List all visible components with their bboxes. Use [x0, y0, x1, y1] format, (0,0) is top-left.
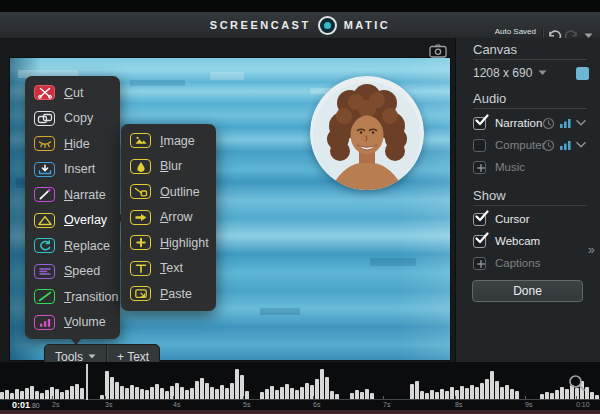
video-artifact: [210, 72, 244, 80]
checkbox-unchecked[interactable]: [473, 139, 486, 152]
row-label: Music: [495, 161, 525, 173]
checkbox-checked[interactable]: [473, 117, 486, 130]
waveform-bar: [5, 390, 9, 399]
waveform-bar: [510, 389, 514, 399]
waveform-bar: [515, 391, 519, 399]
waveform-bar: [220, 385, 224, 399]
section-divider: [473, 108, 587, 109]
menu-item-blur[interactable]: Blur: [121, 154, 216, 180]
menu-item-volume[interactable]: Volume: [25, 310, 120, 336]
waveform-bar: [235, 369, 239, 399]
waveform-bar: [80, 388, 84, 399]
waveform-bar: [415, 381, 419, 399]
menu-item-paste[interactable]: Paste: [121, 281, 216, 307]
waveform-bar: [185, 390, 189, 399]
checkbox-checked[interactable]: [473, 235, 486, 248]
waveform-bar: [115, 382, 119, 399]
waveform-bar: [270, 386, 274, 399]
row-label: Cursor: [495, 213, 530, 225]
menu-item-label: Volume: [64, 315, 106, 329]
add-button[interactable]: [473, 257, 486, 270]
menu-item-outline[interactable]: Outline: [121, 179, 216, 205]
waveform-bar: [75, 384, 79, 399]
copy-icon: [34, 111, 55, 126]
panel-expand-chevron-icon[interactable]: »: [588, 243, 595, 257]
screencast-o-matic-app: SCREENCAST MATIC Auto Saved Few seconds …: [0, 0, 600, 414]
waveform-bar: [435, 392, 439, 399]
canvas-color-swatch[interactable]: [576, 67, 589, 80]
row-label: Webcam: [495, 235, 540, 247]
waveform-bar: [470, 385, 474, 399]
image-icon: [130, 133, 151, 148]
plus-icon: [475, 258, 487, 270]
transition-icon: [34, 289, 55, 304]
waveform-bar: [15, 389, 19, 399]
menu-item-cut[interactable]: Cut: [25, 80, 120, 106]
waveform-bar: [360, 392, 364, 399]
add-button[interactable]: [473, 161, 486, 174]
volume-icon: [34, 315, 55, 330]
row-label: Captions: [495, 257, 540, 269]
waveform-bar: [325, 377, 329, 399]
narrate-icon: [34, 187, 55, 202]
waveform-bar: [445, 391, 449, 399]
sidebar-row-music: Music: [473, 156, 591, 178]
overlay-icon: [34, 213, 55, 228]
waveform-bar: [330, 391, 334, 399]
timeline-zoom-icon[interactable]: [566, 372, 588, 394]
waveform-bar: [125, 388, 129, 399]
timeline-ruler: [0, 399, 600, 400]
logo-circle-icon: [318, 16, 337, 35]
menu-item-replace[interactable]: Replace: [25, 233, 120, 259]
waveform[interactable]: [0, 362, 600, 399]
audio-level-bars-icon[interactable]: [559, 139, 572, 151]
chevron-down-icon[interactable]: [576, 120, 586, 126]
sidebar-row-computer: Computer: [473, 134, 591, 156]
webcam-overlay[interactable]: [310, 76, 424, 190]
menu-item-transition[interactable]: Transition: [25, 284, 120, 310]
timeline-tick: 5s: [243, 400, 250, 408]
camera-icon[interactable]: [428, 43, 447, 58]
sidebar-row-webcam: Webcam: [473, 230, 591, 252]
window-top-strip: [0, 0, 600, 12]
waveform-bar: [460, 386, 464, 399]
waveform-bar: [545, 392, 549, 399]
menu-item-label: Blur: [160, 159, 182, 173]
canvas-size-dropdown[interactable]: 1208 x 690: [473, 66, 547, 80]
menu-item-highlight[interactable]: Highlight: [121, 230, 216, 256]
row-label: Narration: [495, 117, 542, 129]
done-button[interactable]: Done: [472, 280, 583, 302]
context-menu: CutCopyHideInsertNarrateOverlayReplaceSp…: [25, 76, 120, 339]
waveform-bar: [555, 390, 559, 399]
playhead[interactable]: [86, 364, 88, 400]
menu-item-narrate[interactable]: Narrate: [25, 182, 120, 208]
menu-item-label: Speed: [64, 264, 100, 278]
menu-item-copy[interactable]: Copy: [25, 106, 120, 132]
logo-text-left: SCREENCAST: [210, 19, 311, 31]
menu-item-text[interactable]: Text: [121, 256, 216, 282]
menu-item-overlay[interactable]: Overlay: [25, 208, 120, 234]
waveform-bar: [295, 390, 299, 399]
clock-icon[interactable]: [542, 139, 555, 152]
menu-item-insert[interactable]: Insert: [25, 157, 120, 183]
waveform-bar: [500, 387, 504, 399]
menu-item-speed[interactable]: Speed: [25, 259, 120, 285]
audio-level-bars-icon[interactable]: [559, 117, 572, 129]
menu-item-image[interactable]: Image: [121, 128, 216, 154]
text-icon: [130, 261, 151, 276]
waveform-bar: [130, 385, 134, 399]
menu-item-hide[interactable]: Hide: [25, 131, 120, 157]
menu-item-arrow[interactable]: Arrow: [121, 205, 216, 231]
clock-icon[interactable]: [542, 117, 555, 130]
waveform-bar: [190, 388, 194, 399]
waveform-bar: [280, 387, 284, 399]
waveform-bar: [215, 389, 219, 399]
show-section-title: Show: [473, 188, 583, 203]
app-header: SCREENCAST MATIC Auto Saved Few seconds …: [0, 12, 600, 39]
waveform-bar: [320, 369, 324, 399]
checkbox-checked[interactable]: [473, 213, 486, 226]
chevron-down-icon[interactable]: [576, 142, 586, 148]
waveform-bar: [305, 383, 309, 399]
waveform-bar: [590, 392, 594, 399]
video-artifact: [370, 258, 416, 266]
